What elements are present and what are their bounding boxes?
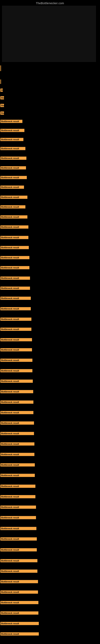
result-item-50: Bottleneck result: [0, 559, 37, 563]
result-item-22: Bottleneck result: [0, 266, 29, 270]
result-item-10: Bottleneck result: [0, 147, 25, 151]
result-item-38: Bottleneck result: [0, 432, 34, 436]
result-item-23: Bottleneck result: [0, 276, 30, 280]
result-item-42: Bottleneck result: [0, 474, 35, 478]
result-item-16: Bottleneck result: [0, 205, 25, 209]
vertical-bar-2: [0, 80, 1, 84]
result-item-20: Bottleneck result: [0, 246, 29, 250]
result-item-28: Bottleneck result: [0, 328, 31, 332]
result-item-45: Bottleneck result: [0, 506, 36, 510]
vertical-bar-1: [0, 66, 1, 71]
result-item-55: Bottleneck result: [0, 612, 38, 616]
result-item-33: Bottleneck result: [0, 380, 33, 384]
result-item-bo-1: Bo: [0, 96, 4, 100]
result-item-19: Bottleneck result: [0, 236, 28, 240]
result-item-8: Bottleneck result: [0, 129, 24, 133]
result-item-44: Bottleneck result: [0, 495, 35, 499]
result-item-13: Bottleneck result: [0, 176, 27, 180]
result-item-21: Bottleneck result: [0, 256, 29, 260]
result-item-57: Bottleneck result: [0, 632, 39, 636]
result-item-46: Bottleneck result: [0, 516, 36, 520]
result-item-17: Bottleneck result: [0, 215, 27, 219]
result-item-35: Bottleneck result: [0, 400, 33, 404]
result-item-48: Bottleneck result: [0, 537, 37, 541]
result-item-36: Bottleneck result: [0, 411, 33, 415]
result-item-24: Bottleneck result: [0, 286, 30, 290]
result-item-49: Bottleneck result: [0, 548, 37, 552]
result-item-bo-2: Bo: [0, 104, 4, 108]
result-item-15: Bottleneck result: [0, 196, 27, 200]
result-item-29: Bottleneck result: [0, 338, 32, 342]
result-item-41: Bottleneck result: [0, 463, 35, 467]
result-item-12: Bottleneck result: [0, 166, 26, 170]
result-item-40: Bottleneck result: [0, 453, 34, 457]
result-item-37: Bottleneck result: [0, 422, 34, 426]
result-item-53: Bottleneck result: [0, 590, 38, 594]
result-item-bo-3: Bo: [0, 112, 4, 116]
result-item-54: Bottleneck result: [0, 601, 38, 605]
result-item-26: Bottleneck result: [0, 307, 31, 311]
result-item-7: Bottleneck result: [0, 120, 22, 124]
result-item-32: Bottleneck result: [0, 369, 32, 373]
result-item-31: Bottleneck result: [0, 359, 32, 363]
result-item-47: Bottleneck result: [0, 527, 36, 531]
result-item-14: Bottleneck result: [0, 186, 24, 190]
result-item-11: Bottleneck result: [0, 156, 26, 160]
result-item-27: Bottleneck result: [0, 318, 31, 322]
result-item-43: Bottleneck result: [0, 484, 35, 489]
result-item-51: Bottleneck result: [0, 570, 37, 574]
site-header: TheBottlenecker.com: [0, 0, 100, 5]
result-item-34: Bottleneck result: [0, 390, 33, 394]
result-item-56: Bottleneck result: [0, 622, 39, 626]
result-item-25: Bottleneck result: [0, 297, 31, 301]
result-item-18: Bottleneck result: [0, 226, 28, 230]
result-item-39: Bottleneck result: [0, 442, 34, 446]
result-item-b: B: [0, 88, 3, 92]
result-item-52: Bottleneck result: [0, 580, 38, 584]
site-title: TheBottlenecker.com: [0, 0, 100, 5]
result-item-9: Bottleneck result: [0, 138, 23, 142]
main-graphic-area: [2, 6, 96, 62]
result-item-30: Bottleneck result: [0, 348, 32, 352]
